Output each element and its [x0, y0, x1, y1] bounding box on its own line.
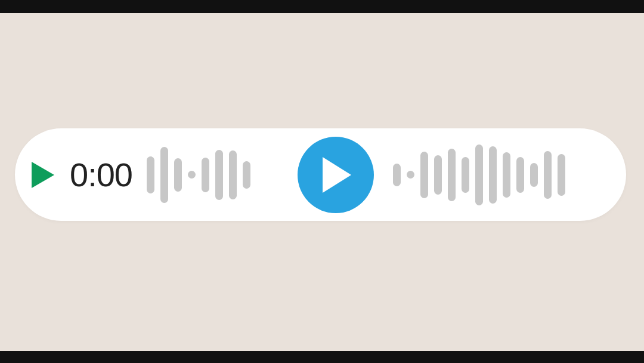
waveform-bar [503, 152, 510, 198]
waveform-bar [174, 158, 182, 192]
waveform-bar [530, 163, 538, 187]
waveform-right[interactable] [393, 128, 609, 221]
svg-marker-0 [32, 162, 54, 188]
waveform-left[interactable] [147, 128, 294, 221]
play-button-overlay[interactable] [298, 137, 374, 213]
waveform-bar [229, 150, 237, 199]
waveform-bar [243, 161, 250, 189]
waveform-bar [434, 155, 442, 195]
waveform-bar [516, 157, 524, 193]
waveform-bar [544, 151, 552, 199]
play-icon [319, 156, 352, 194]
waveform-dot [407, 171, 414, 179]
waveform-bar [202, 158, 209, 192]
svg-marker-1 [323, 157, 351, 193]
waveform-bar [489, 146, 497, 204]
waveform-dot [188, 171, 196, 179]
waveform-bar [558, 154, 565, 196]
waveform-bar [420, 152, 428, 198]
playback-time: 0:00 [70, 155, 132, 194]
play-button-small[interactable] [28, 160, 58, 190]
waveform-bar [215, 150, 223, 200]
waveform-bar [160, 147, 168, 203]
voice-message-bubble: 0:00 [15, 128, 626, 221]
play-icon [30, 161, 55, 189]
waveform-bar [462, 157, 469, 193]
waveform-bar [393, 164, 401, 186]
waveform-bar [147, 156, 154, 193]
waveform-bar [448, 149, 456, 201]
waveform-bar [475, 144, 483, 205]
